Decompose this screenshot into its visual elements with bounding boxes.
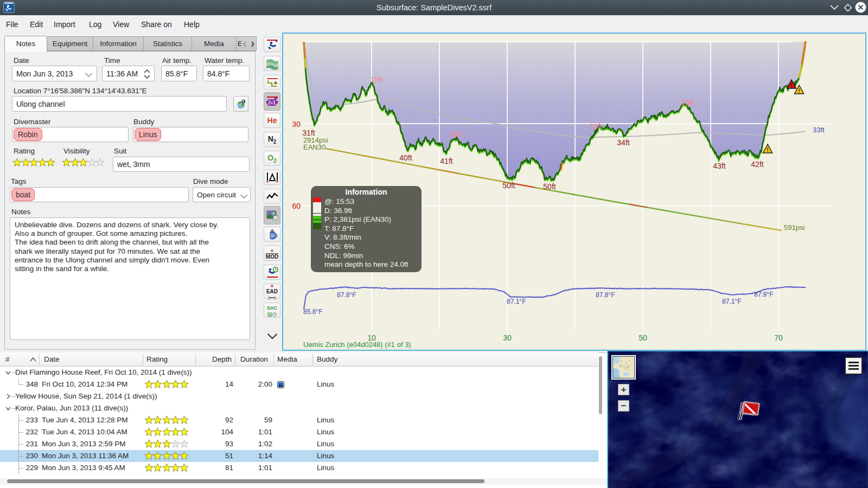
svg-text:30: 30 — [503, 333, 512, 342]
svg-text:50ft: 50ft — [502, 181, 515, 190]
svg-text:42ft: 42ft — [751, 160, 763, 169]
svg-text:87.8°F: 87.8°F — [596, 291, 615, 299]
svg-text:30: 30 — [292, 120, 301, 129]
svg-text:41ft: 41ft — [440, 157, 452, 165]
svg-text:EAN30: EAN30 — [303, 143, 326, 151]
svg-text:87.1°F: 87.1°F — [507, 298, 526, 305]
svg-text:85.8°F: 85.8°F — [303, 308, 322, 316]
svg-text:34ft: 34ft — [617, 138, 629, 147]
svg-text:Uemis Zurich (e04d0248) (#1 of: Uemis Zurich (e04d0248) (#1 of 3) — [303, 341, 411, 349]
svg-text:43ft: 43ft — [713, 162, 725, 170]
svg-text:35ft: 35ft — [449, 130, 461, 139]
svg-text:50: 50 — [639, 333, 647, 342]
svg-text:87.1°F: 87.1°F — [722, 298, 741, 305]
svg-text:!: ! — [798, 88, 800, 94]
svg-text:23ft: 23ft — [681, 98, 694, 107]
svg-text:50ft: 50ft — [543, 182, 556, 191]
svg-text:15ft: 15ft — [370, 75, 382, 84]
svg-text:40ft: 40ft — [399, 153, 412, 162]
svg-text:87:8°F: 87:8°F — [754, 291, 773, 298]
svg-text:31ft: 31ft — [589, 122, 602, 131]
svg-text:591psi: 591psi — [784, 223, 805, 232]
svg-text:70: 70 — [774, 333, 783, 342]
svg-text:33ft: 33ft — [813, 126, 825, 134]
svg-text:!: ! — [790, 82, 792, 88]
svg-text:87.8°F: 87.8°F — [337, 291, 356, 299]
svg-text:!: ! — [767, 147, 768, 153]
svg-text:60: 60 — [292, 202, 301, 210]
